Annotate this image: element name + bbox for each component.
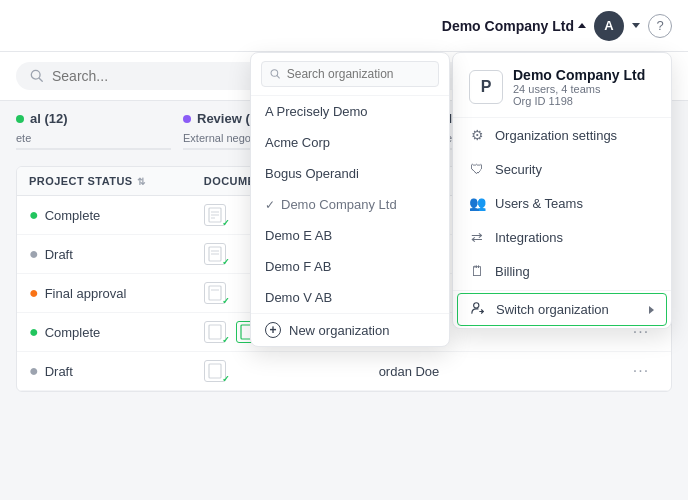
dropdown-label-billing: Billing — [495, 264, 530, 279]
svg-line-16 — [277, 76, 279, 78]
svg-rect-11 — [209, 325, 221, 339]
dropdown-item-billing[interactable]: 🗒 Billing — [453, 254, 671, 288]
submenu-item-acme-corp[interactable]: Acme Corp — [251, 127, 449, 158]
svg-point-14 — [474, 303, 479, 308]
dropdown-org-info: Demo Company Ltd 24 users, 4 teams Org I… — [513, 67, 645, 107]
submenu-item-demo-company-ltd[interactable]: ✓ Demo Company Ltd — [251, 189, 449, 220]
td-status-5: ● Draft — [17, 354, 192, 388]
dropdown-label-org-settings: Organization settings — [495, 128, 617, 143]
svg-rect-13 — [209, 364, 221, 378]
submenu-label-demo-company-ltd: Demo Company Ltd — [281, 197, 397, 212]
new-org-label: New organization — [289, 323, 389, 338]
shield-icon: 🛡 — [469, 161, 485, 177]
dropdown-label-security: Security — [495, 162, 542, 177]
org-dropdown: P Demo Company Ltd 24 users, 4 teams Org… — [452, 52, 672, 329]
dropdown-org-meta2: Org ID 1198 — [513, 95, 645, 107]
new-org-button[interactable]: + New organization — [251, 314, 449, 346]
check-icon: ✓ — [265, 198, 275, 212]
dropdown-item-users-teams[interactable]: 👥 Users & Teams — [453, 186, 671, 220]
search-icon — [30, 69, 44, 83]
dropdown-label-users-teams: Users & Teams — [495, 196, 583, 211]
submenu-item-a-precisely-demo[interactable]: A Precisely Demo — [251, 96, 449, 127]
topbar: Demo Company Ltd A ? — [0, 0, 688, 52]
help-button[interactable]: ? — [648, 14, 672, 38]
billing-icon: 🗒 — [469, 263, 485, 279]
org-logo-letter: P — [481, 78, 492, 96]
dropdown-item-org-settings[interactable]: ⚙ Organization settings — [453, 118, 671, 152]
submenu-search-area — [251, 53, 449, 96]
submenu-label-demo-f-ab: Demo F AB — [265, 259, 331, 274]
gear-icon: ⚙ — [469, 127, 485, 143]
td-status-3: ● Final approval — [17, 276, 192, 310]
switch-org-chevron-right-icon — [649, 306, 654, 314]
org-logo-box: P — [469, 70, 503, 104]
status-dot-2-icon: ● — [29, 245, 39, 263]
kanban-label-approval: al (12) — [30, 111, 68, 126]
avatar[interactable]: A — [594, 11, 624, 41]
dot-purple-icon — [183, 115, 191, 123]
status-dot-3-icon: ● — [29, 284, 39, 302]
submenu-label-demo-v-ab: Demo V AB — [265, 290, 332, 305]
submenu-item-demo-e-ab[interactable]: Demo E AB — [251, 220, 449, 251]
avatar-chevron-down-icon[interactable] — [632, 23, 640, 28]
td-doc-5: ✓ — [192, 352, 367, 390]
integrations-icon: ⇄ — [469, 229, 485, 245]
th-project-status: PROJECT STATUS ⇅ — [17, 167, 192, 195]
submenu-search-icon — [270, 68, 281, 80]
dropdown-header: P Demo Company Ltd 24 users, 4 teams Org… — [453, 53, 671, 118]
submenu-label-acme-corp: Acme Corp — [265, 135, 330, 150]
submenu-label-demo-e-ab: Demo E AB — [265, 228, 332, 243]
sort-icon-project[interactable]: ⇅ — [137, 176, 145, 187]
dropdown-label-integrations: Integrations — [495, 230, 563, 245]
switch-org-icon — [470, 301, 486, 318]
doc-check-3: ✓ — [222, 296, 230, 306]
td-status-2: ● Draft — [17, 237, 192, 271]
org-name-button[interactable]: Demo Company Ltd — [442, 18, 586, 34]
dropdown-org-meta1: 24 users, 4 teams — [513, 83, 645, 95]
doc-check-5: ✓ — [222, 374, 230, 384]
row-actions-button-5[interactable]: ··· — [629, 362, 653, 380]
svg-line-1 — [39, 78, 42, 81]
doc-icon-3: ✓ — [204, 282, 226, 304]
td-owner-5: ordan Doe — [367, 356, 617, 387]
plus-circle-icon: + — [265, 322, 281, 338]
svg-rect-9 — [209, 286, 221, 300]
td-status-1: ● Complete — [17, 198, 192, 232]
td-status-4: ● Complete — [17, 315, 192, 349]
dropdown-item-security[interactable]: 🛡 Security — [453, 152, 671, 186]
doc-icon-2: ✓ — [204, 243, 226, 265]
doc-check-2: ✓ — [222, 257, 230, 267]
dot-green-icon — [16, 115, 24, 123]
submenu-label-a-precisely-demo: A Precisely Demo — [265, 104, 368, 119]
dropdown-item-integrations[interactable]: ⇄ Integrations — [453, 220, 671, 254]
doc-check-1: ✓ — [222, 218, 230, 228]
kanban-divider-approval — [16, 148, 171, 150]
help-label: ? — [656, 18, 663, 33]
dropdown-divider — [453, 290, 671, 291]
avatar-letter: A — [604, 18, 613, 33]
doc-icon-4a: ✓ — [204, 321, 226, 343]
submenu-item-demo-f-ab[interactable]: Demo F AB — [251, 251, 449, 282]
org-name-label: Demo Company Ltd — [442, 18, 574, 34]
kanban-col-approval: al (12) ete — [16, 111, 171, 158]
status-dot-1-icon: ● — [29, 206, 39, 224]
table-row: ● Draft ✓ ordan Doe ··· — [17, 352, 671, 391]
switch-org-submenu: A Precisely Demo Acme Corp Bogus Operand… — [250, 52, 450, 347]
submenu-item-demo-v-ab[interactable]: Demo V AB — [251, 282, 449, 313]
doc-check-4a: ✓ — [222, 335, 230, 345]
chevron-up-icon — [578, 23, 586, 28]
dropdown-item-switch-org[interactable]: Switch organization — [457, 293, 667, 326]
doc-icon-1: ✓ — [204, 204, 226, 226]
status-dot-5-icon: ● — [29, 362, 39, 380]
kanban-col-header-approval: al (12) — [16, 111, 171, 132]
submenu-label-bogus-operandi: Bogus Operandi — [265, 166, 359, 181]
users-icon: 👥 — [469, 195, 485, 211]
status-dot-4-icon: ● — [29, 323, 39, 341]
td-actions-5: ··· — [617, 354, 671, 388]
submenu-search-wrap — [261, 61, 439, 87]
dropdown-org-name: Demo Company Ltd — [513, 67, 645, 83]
submenu-item-bogus-operandi[interactable]: Bogus Operandi — [251, 158, 449, 189]
switch-org-label: Switch organization — [496, 302, 609, 317]
submenu-search-input[interactable] — [287, 67, 430, 81]
doc-icon-5: ✓ — [204, 360, 226, 382]
